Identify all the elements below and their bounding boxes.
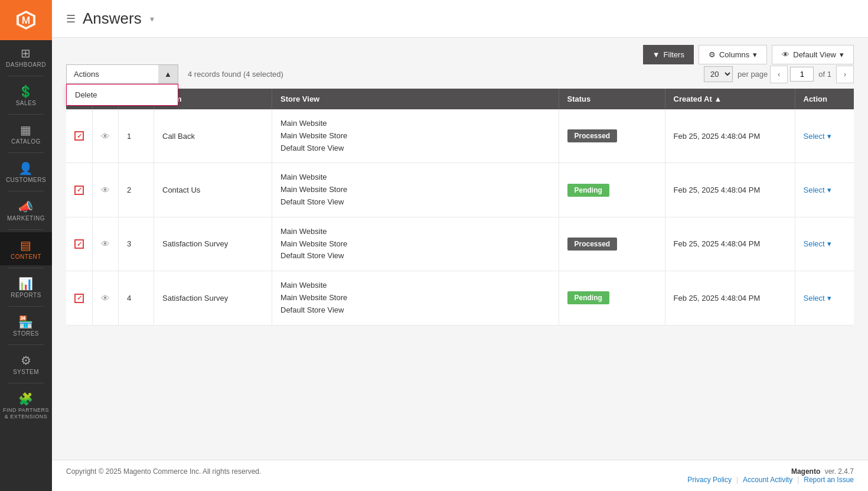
sidebar-item-stores[interactable]: 🏪 STORES (0, 309, 52, 342)
customers-icon: 👤 (18, 162, 34, 174)
row-select-link[interactable]: Select ▾ (804, 239, 846, 248)
sidebar-divider (8, 76, 44, 76)
actions-left: ActionsDelete ▲ Delete 4 records found (… (66, 64, 283, 84)
hamburger-icon[interactable]: ☰ (66, 12, 76, 25)
table-row: 👁 2 Contact Us Main Website Main Website… (66, 163, 854, 217)
row-checkbox-cell (66, 217, 93, 271)
actions-bar: ActionsDelete ▲ Delete 4 records found (… (66, 64, 854, 84)
row-action-cell: Select ▾ (795, 271, 854, 325)
action-chevron-icon: ▾ (827, 132, 831, 141)
dashboard-icon: ⊞ (21, 47, 31, 59)
sidebar-item-reports[interactable]: 📊 REPORTS (0, 271, 52, 304)
row-eye-icon[interactable]: 👁 (101, 131, 110, 141)
sidebar-item-label: MARKETING (7, 215, 45, 222)
sidebar-item-label: SALES (16, 100, 37, 107)
page-input[interactable] (790, 67, 814, 82)
sales-icon: 💲 (18, 86, 34, 97)
per-page-label: per page (738, 70, 768, 79)
row-checkbox-cell (66, 109, 93, 163)
row-id: 4 (119, 271, 154, 325)
columns-chevron-icon: ▾ (753, 50, 757, 59)
page-next-button[interactable]: › (836, 66, 854, 83)
sidebar-item-label: DASHBOARD (6, 61, 46, 69)
row-select-link[interactable]: Select ▾ (804, 186, 846, 194)
table-row: 👁 3 Satisfaction Survey Main Website Mai… (66, 217, 854, 271)
sidebar-divider (8, 191, 44, 191)
filter-button[interactable]: ▼ Filters (643, 45, 694, 64)
page-prev-button[interactable]: ‹ (770, 66, 788, 83)
action-chevron-icon: ▾ (827, 294, 831, 303)
sidebar-divider (8, 229, 44, 230)
sidebar-item-content[interactable]: ▤ CONTENT (0, 232, 52, 265)
row-checkbox[interactable] (74, 186, 84, 195)
row-store-view: Main Website Main Website Store Default … (272, 271, 559, 325)
sidebar-logo[interactable] (0, 0, 52, 40)
sidebar-divider (8, 383, 44, 383)
partners-icon: 🧩 (18, 393, 34, 405)
footer-version-label: Magento (791, 467, 820, 476)
row-select-link[interactable]: Select ▾ (804, 132, 846, 141)
sidebar-divider (8, 268, 44, 268)
sidebar-divider (8, 114, 44, 115)
columns-button[interactable]: ⚙ Columns ▾ (699, 45, 767, 64)
row-form: Call Back (154, 109, 272, 163)
row-store-view: Main Website Main Website Store Default … (272, 109, 559, 163)
row-eye-icon[interactable]: 👁 (101, 239, 110, 249)
row-form: Satisfaction Survey (154, 271, 272, 325)
delete-menu-item[interactable]: Delete (67, 84, 178, 105)
sidebar-item-label: STORES (13, 330, 39, 337)
footer-sep: | (736, 476, 738, 484)
sidebar-item-sales[interactable]: 💲 SALES (0, 79, 52, 112)
reports-icon: 📊 (18, 278, 34, 290)
footer: Copyright © 2025 Magento Commerce Inc. A… (52, 460, 868, 491)
row-created-at: Feb 25, 2025 4:48:04 PM (665, 163, 795, 217)
sort-icon: ▲ (714, 95, 722, 103)
row-store-view: Main Website Main Website Store Default … (272, 163, 559, 217)
row-checkbox[interactable] (74, 239, 84, 249)
row-eye-icon[interactable]: 👁 (101, 293, 110, 303)
per-page-select[interactable]: 20 (704, 66, 733, 82)
report-issue-link[interactable]: Report an Issue (804, 476, 854, 484)
row-status: Pending (559, 163, 665, 217)
columns-icon: ⚙ (709, 50, 716, 59)
sidebar-item-label: CATALOG (11, 138, 41, 145)
action-chevron-icon: ▾ (827, 186, 831, 194)
row-select-link[interactable]: Select ▾ (804, 294, 846, 303)
row-status: Pending (559, 271, 665, 325)
sidebar-item-system[interactable]: ⚙ SYSTEM (0, 347, 52, 381)
privacy-policy-link[interactable]: Privacy Policy (687, 476, 732, 484)
footer-version: ver. 2.4.7 (825, 467, 854, 476)
sidebar-item-marketing[interactable]: 📣 MARKETING (0, 194, 52, 227)
footer-links: Privacy Policy | Account Activity | Repo… (687, 476, 854, 484)
view-chevron-icon: ▾ (840, 50, 844, 59)
row-eye-icon[interactable]: 👁 (101, 185, 110, 195)
actions-dropdown-btn[interactable]: ▲ (158, 64, 178, 84)
sidebar-item-customers[interactable]: 👤 CUSTOMERS (0, 155, 52, 188)
grid-container: ActionsDelete ▲ Delete 4 records found (… (52, 64, 868, 460)
row-eye-cell: 👁 (93, 271, 119, 325)
footer-sep: | (797, 476, 799, 484)
sidebar-item-label: REPORTS (11, 292, 41, 299)
col-header-created: Created At ▲ (665, 89, 795, 109)
page-title-dropdown-icon[interactable]: ▾ (150, 14, 154, 24)
account-activity-link[interactable]: Account Activity (743, 476, 792, 484)
row-checkbox[interactable] (74, 131, 84, 141)
actions-dropdown-menu: Delete (66, 84, 178, 106)
table-header-row: ID Form Store View Status Created At ▲ A… (66, 89, 854, 109)
page-header: ☰ Answers ▾ (52, 0, 868, 38)
catalog-icon: ▦ (20, 124, 32, 136)
view-button[interactable]: 👁 Default View ▾ (772, 45, 854, 64)
row-checkbox[interactable] (74, 294, 84, 303)
page-title: Answers (83, 9, 142, 28)
system-icon: ⚙ (21, 355, 32, 366)
sidebar-item-catalog[interactable]: ▦ CATALOG (0, 117, 52, 150)
status-badge: Pending (567, 291, 609, 304)
columns-label: Columns (719, 50, 749, 59)
content-icon: ▤ (20, 239, 32, 251)
sidebar-item-find-partners[interactable]: 🧩 FIND PARTNERS & EXTENSIONS (0, 386, 52, 425)
data-table: ID Form Store View Status Created At ▲ A… (66, 89, 854, 326)
sidebar-item-dashboard[interactable]: ⊞ DASHBOARD (0, 40, 52, 73)
footer-copyright: Copyright © 2025 Magento Commerce Inc. A… (66, 467, 261, 476)
row-form: Satisfaction Survey (154, 217, 272, 271)
sidebar: ⊞ DASHBOARD 💲 SALES ▦ CATALOG 👤 CUSTOMER… (0, 0, 52, 491)
